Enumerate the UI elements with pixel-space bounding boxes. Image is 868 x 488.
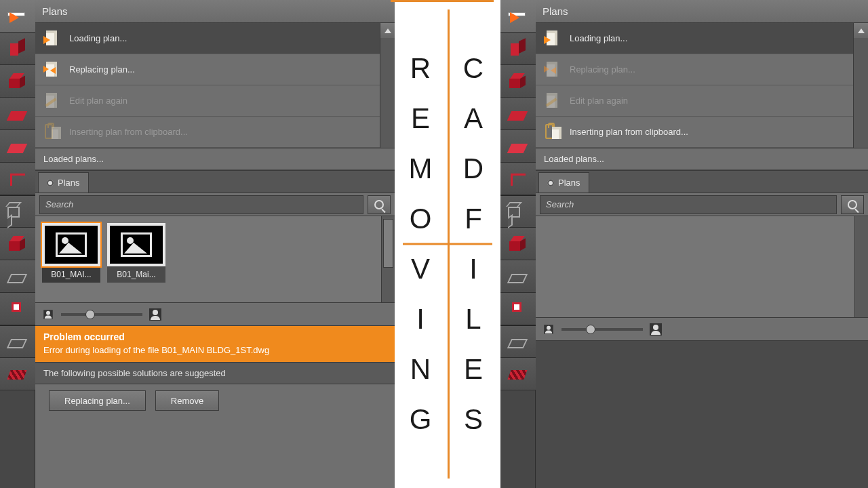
loaded-plans-label: Loaded plans... — [536, 148, 868, 170]
tool-floor[interactable] — [500, 98, 536, 130]
size-slider[interactable] — [561, 328, 643, 331]
edit-plan-icon — [43, 92, 62, 110]
title-letter: A — [464, 102, 484, 135]
title-letter: E — [411, 102, 431, 135]
menu-replacing-plan[interactable]: Replacing plan... — [35, 54, 395, 85]
tab-plans[interactable]: Plans — [538, 172, 589, 192]
thumb-1[interactable]: B01_MAI... — [42, 223, 100, 296]
thumbs-scrollbar[interactable] — [854, 216, 868, 317]
menu-item-label: Edit plan again — [570, 96, 628, 106]
scroll-up-icon[interactable] — [854, 23, 868, 38]
tool-hatch[interactable] — [500, 358, 536, 390]
search-icon — [848, 200, 857, 209]
thumb-caption: B01_Mai... — [107, 266, 165, 283]
title-letter: E — [464, 353, 484, 386]
small-thumb-icon — [544, 325, 553, 334]
title-letter: O — [410, 203, 433, 235]
title-letter: D — [463, 152, 485, 185]
tool-wirebox-red[interactable] — [0, 228, 35, 260]
plans-tabs: Plans — [536, 170, 868, 193]
radio-icon — [47, 180, 54, 186]
size-slider[interactable] — [61, 313, 142, 316]
thumb-size-slider — [35, 303, 395, 326]
menu-item-label: Inserting plan from clipboard... — [69, 127, 188, 137]
menu-item-label: Replacing plan... — [69, 64, 135, 75]
tool-floorwire2[interactable] — [500, 325, 536, 358]
tool-floorwire[interactable] — [0, 260, 35, 293]
plans-menu: Loading plan... Replacing plan... Edit p… — [536, 23, 868, 148]
tool-redbox[interactable] — [0, 65, 35, 98]
panel-right: Plans Loading plan... Replacing plan... … — [536, 0, 868, 488]
large-thumb-icon — [149, 308, 161, 321]
tab-plans[interactable]: Plans — [38, 172, 89, 192]
title-letter: N — [410, 353, 432, 386]
tool-angle[interactable] — [500, 163, 536, 195]
tool-walls[interactable] — [500, 33, 536, 65]
tool-hatch[interactable] — [0, 358, 35, 390]
plans-tabs: Plans — [35, 170, 395, 193]
title-letter: F — [465, 203, 484, 235]
tool-floorwire2[interactable] — [0, 325, 35, 358]
search-button[interactable] — [841, 195, 864, 214]
error-buttons: Replacing plan... Remove — [35, 384, 395, 417]
menu-scrollbar[interactable] — [853, 23, 868, 148]
tool-marker[interactable] — [500, 293, 536, 325]
title-letter: S — [464, 403, 484, 436]
thumbs-scrollbar[interactable] — [381, 216, 395, 302]
menu-scrollbar[interactable] — [380, 23, 395, 148]
panel-left: Plans Loading plan... Replacing plan... … — [35, 0, 395, 488]
replace-plan-icon — [43, 60, 62, 79]
thumb-2[interactable]: B01_Mai... — [107, 223, 165, 296]
thumbnails-empty — [536, 216, 868, 318]
plans-menu: Loading plan... Replacing plan... Edit p… — [35, 23, 395, 148]
menu-item-label: Replacing plan... — [570, 64, 635, 75]
menu-loading-plan[interactable]: Loading plan... — [536, 23, 868, 54]
remove-button[interactable]: Remove — [155, 390, 219, 411]
searchbar: Search — [35, 193, 395, 216]
tool-marker[interactable] — [0, 293, 35, 325]
load-plan-icon — [544, 29, 563, 48]
thumb-size-slider — [536, 318, 868, 341]
title-letter: L — [465, 303, 482, 336]
replacing-plan-button[interactable]: Replacing plan... — [49, 390, 146, 411]
search-input[interactable]: Search — [39, 195, 363, 214]
thumbnails: B01_MAI... B01_Mai... — [35, 216, 395, 303]
clipboard-icon — [43, 123, 62, 142]
edit-plan-icon — [544, 92, 563, 110]
tool-floorwire[interactable] — [500, 260, 536, 293]
thumb-caption: B01_MAI... — [42, 266, 100, 283]
title-letter: C — [463, 52, 485, 85]
panel-title: Plans — [536, 0, 868, 23]
menu-edit-plan: Edit plan again — [536, 85, 868, 117]
tool-angle[interactable] — [0, 163, 35, 195]
clipboard-icon — [544, 123, 563, 142]
tool-floor-copy[interactable] — [0, 130, 35, 163]
title-letter: I — [469, 253, 479, 285]
search-icon — [374, 200, 384, 209]
tool-walls[interactable] — [0, 33, 35, 65]
tool-wirebox[interactable] — [500, 195, 536, 228]
tool-redbox[interactable] — [500, 65, 536, 98]
search-button[interactable] — [368, 195, 391, 214]
empty-area — [536, 341, 868, 488]
title-block: R E M O V I N G C A D F I L E S — [395, 0, 500, 488]
error-title: Problem occurred — [43, 331, 387, 342]
tool-wirebox-red[interactable] — [500, 228, 536, 260]
suggestions-label: The following possible solutions are sug… — [35, 363, 395, 384]
tool-floor-copy[interactable] — [500, 130, 536, 163]
scroll-up-icon[interactable] — [380, 23, 395, 38]
load-plan-icon — [43, 29, 62, 48]
tool-wirebox[interactable] — [0, 195, 35, 228]
tab-label: Plans — [558, 178, 580, 188]
menu-insert-from-clipboard[interactable]: Inserting plan from clipboard... — [536, 117, 868, 148]
tool-arrow[interactable] — [500, 0, 536, 33]
menu-loading-plan[interactable]: Loading plan... — [35, 23, 395, 54]
app-right: Plans Loading plan... Replacing plan... … — [500, 0, 868, 488]
tab-label: Plans — [58, 178, 80, 188]
error-detail: Error during loading of the file B01_MAI… — [43, 345, 387, 355]
search-input[interactable]: Search — [540, 195, 837, 214]
app-left: Plans Loading plan... Replacing plan... … — [0, 0, 395, 488]
tool-arrow[interactable] — [0, 0, 35, 33]
tool-floor[interactable] — [0, 98, 35, 130]
searchbar: Search — [536, 193, 868, 216]
